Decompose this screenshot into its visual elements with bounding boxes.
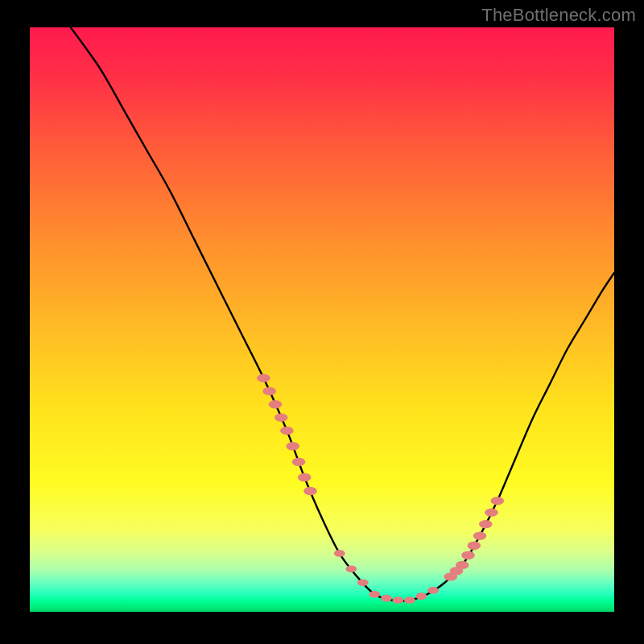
- curve-marker-dot: [369, 591, 380, 598]
- curve-marker-dot: [298, 473, 312, 481]
- curve-marker-dot: [427, 587, 439, 594]
- curve-marker-dot: [485, 508, 498, 516]
- bottleneck-curve-svg: [30, 27, 614, 612]
- curve-marker-dot: [456, 561, 469, 569]
- curve-marker-dot: [473, 531, 487, 539]
- curve-marker-dot: [345, 566, 357, 573]
- curve-marker-dot: [334, 550, 345, 557]
- curve-marker-dot: [357, 579, 369, 586]
- curve-marker-dot: [416, 592, 427, 600]
- watermark-text: TheBottleneck.com: [481, 5, 636, 26]
- curve-marker-dot: [275, 413, 288, 421]
- curve-marker-dot: [292, 458, 306, 466]
- curve-marker-dot: [491, 497, 505, 505]
- valley-markers: [257, 374, 504, 603]
- curve-marker-dot: [393, 597, 404, 604]
- curve-marker-dot: [303, 487, 317, 495]
- curve-marker-dot: [286, 442, 299, 450]
- curve-marker-dot: [381, 595, 392, 602]
- bottleneck-curve-line: [71, 27, 614, 601]
- curve-marker-dot: [269, 400, 283, 408]
- curve-marker-dot: [262, 387, 276, 395]
- curve-marker-dot: [280, 427, 294, 435]
- curve-marker-dot: [479, 520, 493, 528]
- curve-marker-dot: [257, 374, 270, 382]
- curve-marker-dot: [468, 542, 481, 550]
- curve-marker-dot: [461, 551, 475, 559]
- plot-area: [30, 27, 614, 612]
- curve-marker-dot: [404, 597, 415, 604]
